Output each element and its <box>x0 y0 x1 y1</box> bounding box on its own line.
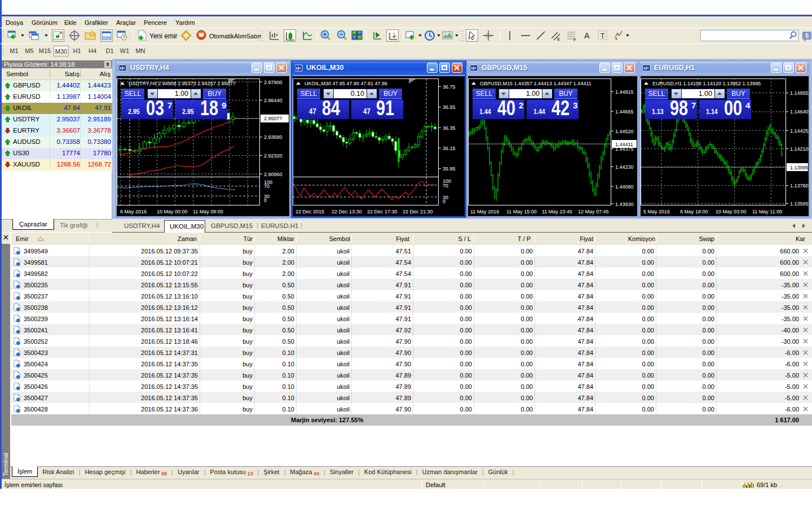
svg-text:1.14425: 1.14425 <box>790 128 809 134</box>
svg-text:1.13780: 1.13780 <box>790 183 809 189</box>
svg-text:11 May 08:00: 11 May 08:00 <box>193 209 223 214</box>
svg-text:5 May 2016: 5 May 2016 <box>643 209 670 214</box>
svg-text:1.44815: 1.44815 <box>615 89 634 95</box>
svg-text:22 Dec 2015: 22 Dec 2015 <box>295 209 324 214</box>
svg-text:2.93680: 2.93680 <box>264 134 283 140</box>
svg-text:11 May 15:00: 11 May 15:00 <box>506 209 537 214</box>
svg-text:36.55: 36.55 <box>443 104 456 110</box>
svg-text:1.44230: 1.44230 <box>615 164 634 170</box>
svg-text:22 Dec 13:30: 22 Dec 13:30 <box>332 209 362 214</box>
svg-text:2.92320: 2.92320 <box>264 153 283 159</box>
svg-text:35.95: 35.95 <box>443 166 456 172</box>
svg-text:36.75: 36.75 <box>443 84 456 90</box>
svg-text:10 May 03:00: 10 May 03:00 <box>716 209 747 214</box>
svg-text:1.44080: 1.44080 <box>615 184 634 190</box>
svg-text:11 May 2016: 11 May 2016 <box>470 209 499 214</box>
svg-text:2.90960: 2.90960 <box>264 172 283 177</box>
svg-text:2.96440: 2.96440 <box>264 98 283 103</box>
svg-text:1.13995: 1.13995 <box>790 165 809 170</box>
svg-text:1.44520: 1.44520 <box>615 129 634 134</box>
svg-text:11 May 23:45: 11 May 23:45 <box>542 209 572 214</box>
svg-text:0: 0 <box>264 198 267 203</box>
svg-text:70: 70 <box>443 183 448 189</box>
svg-text:6 May 18:00: 6 May 18:00 <box>680 209 708 214</box>
svg-text:22 Dec 17:30: 22 Dec 17:30 <box>367 209 398 214</box>
svg-text:1.43930: 1.43930 <box>615 202 634 207</box>
svg-text:A: A <box>584 31 590 40</box>
svg-text:6 May 2016: 6 May 2016 <box>120 209 147 214</box>
svg-text:1.14855: 1.14855 <box>790 90 809 96</box>
svg-text:11 May 11:00: 11 May 11:00 <box>752 209 782 214</box>
svg-text:36.35: 36.35 <box>443 125 456 131</box>
svg-text:F: F <box>573 37 576 42</box>
svg-text:0: 0 <box>443 199 445 204</box>
svg-text:70: 70 <box>264 183 270 189</box>
svg-text:22 Dec 21:30: 22 Dec 21:30 <box>403 209 433 214</box>
svg-text:1.14210: 1.14210 <box>790 146 809 152</box>
svg-text:10 May 00:00: 10 May 00:00 <box>157 209 188 214</box>
svg-text:E: E <box>557 37 560 42</box>
svg-text:1.13565: 1.13565 <box>790 201 809 207</box>
svg-text:2.95077: 2.95077 <box>264 116 283 121</box>
svg-text:1.14640: 1.14640 <box>790 109 809 115</box>
svg-text:1.44665: 1.44665 <box>615 109 634 115</box>
svg-text:36.15: 36.15 <box>443 146 456 151</box>
svg-text:12 May 07:45: 12 May 07:45 <box>578 209 609 214</box>
svg-text:1.44411: 1.44411 <box>615 142 633 147</box>
svg-text:T: T <box>601 32 605 40</box>
svg-text:2.97800: 2.97800 <box>264 80 283 85</box>
